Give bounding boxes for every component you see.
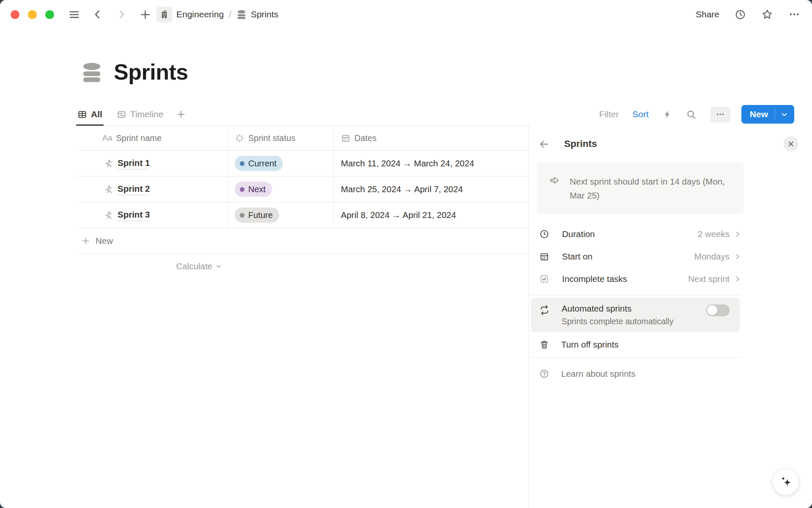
runner-icon bbox=[103, 210, 113, 220]
sprints-table: Aa Sprint name Sprint status Dates Sprin… bbox=[76, 126, 529, 279]
updates-button[interactable] bbox=[735, 9, 746, 20]
building-icon bbox=[159, 10, 169, 19]
timeline-view-icon bbox=[117, 110, 126, 119]
more-icon bbox=[715, 109, 725, 119]
table-view-icon bbox=[77, 110, 87, 119]
table-row: Sprint 3 Future April 8, 2024 → April 21… bbox=[76, 202, 529, 228]
runner-icon bbox=[103, 185, 113, 194]
turn-off-sprints-button[interactable]: Turn off sprints bbox=[531, 332, 740, 357]
trash-icon bbox=[539, 340, 549, 350]
cell-sprint-status[interactable]: Next bbox=[228, 177, 334, 202]
notion-window: Engineering / Sprints Share bbox=[0, 0, 812, 508]
hamburger-icon bbox=[69, 9, 80, 20]
share-button[interactable]: Share bbox=[696, 9, 719, 19]
cell-sprint-name[interactable]: Sprint 2 bbox=[76, 177, 228, 202]
sidebar-toggle-button[interactable] bbox=[67, 7, 81, 22]
sprint-page-link[interactable]: Sprint 3 bbox=[118, 210, 150, 221]
database-page-icon[interactable] bbox=[81, 61, 103, 83]
duration-value: 2 weeks bbox=[698, 229, 730, 239]
status-dot-icon bbox=[240, 161, 244, 166]
page-title[interactable]: Sprints bbox=[114, 59, 188, 85]
window-controls bbox=[11, 10, 54, 19]
zoom-window-button[interactable] bbox=[45, 10, 54, 19]
cell-sprint-status[interactable]: Future bbox=[228, 202, 334, 228]
view-bar: All Timeline Filter Sort New bbox=[76, 103, 794, 126]
breadcrumb-page[interactable]: Sprints bbox=[251, 9, 278, 19]
incomplete-tasks-value: Next sprint bbox=[688, 274, 730, 284]
more-icon bbox=[788, 8, 800, 20]
column-header-sprint-status[interactable]: Sprint status bbox=[228, 126, 334, 150]
table-row: Sprint 1 Current March 11, 2024 → March … bbox=[76, 151, 529, 177]
toggle-knob bbox=[707, 305, 717, 315]
status-pill[interactable]: Next bbox=[235, 182, 272, 197]
back-button[interactable] bbox=[91, 7, 105, 22]
panel-title: Sprints bbox=[564, 138, 597, 149]
database-icon bbox=[236, 9, 247, 19]
chevron-right-icon bbox=[116, 9, 127, 20]
tab-all[interactable]: All bbox=[76, 103, 104, 125]
chevron-right-icon bbox=[734, 253, 741, 260]
status-pill[interactable]: Current bbox=[235, 156, 283, 171]
arrow-right-outline-icon bbox=[549, 174, 560, 186]
more-menu-button[interactable] bbox=[788, 8, 800, 20]
status-dot-icon bbox=[240, 213, 244, 218]
chevron-down-icon bbox=[780, 110, 788, 119]
dashed-checkbox-icon bbox=[539, 274, 549, 284]
tab-timeline[interactable]: Timeline bbox=[115, 103, 165, 125]
cell-sprint-name[interactable]: Sprint 3 bbox=[76, 202, 228, 228]
property-incomplete-tasks[interactable]: Incomplete tasks Next sprint bbox=[537, 268, 746, 290]
cell-dates[interactable]: March 11, 2024 → March 24, 2024 bbox=[334, 151, 529, 176]
property-start-on[interactable]: Start on Mondays bbox=[537, 245, 746, 268]
new-page-button[interactable] bbox=[138, 7, 152, 22]
automations-button[interactable] bbox=[662, 109, 672, 119]
automated-sprints-toggle[interactable] bbox=[706, 304, 730, 316]
plus-icon bbox=[81, 236, 91, 246]
notion-ai-button[interactable] bbox=[772, 468, 799, 495]
sort-button[interactable]: Sort bbox=[632, 109, 649, 119]
cell-dates[interactable]: March 25, 2024 → April 7, 2024 bbox=[334, 177, 529, 202]
automated-sprints-subtitle: Sprints complete automatically bbox=[562, 317, 673, 326]
automated-sprints-row[interactable]: Automated sprints Sprints complete autom… bbox=[531, 298, 740, 332]
minimize-window-button[interactable] bbox=[28, 10, 37, 19]
sprint-page-link[interactable]: Sprint 1 bbox=[118, 158, 150, 169]
cell-sprint-status[interactable]: Current bbox=[228, 151, 334, 176]
view-options-button[interactable] bbox=[710, 107, 730, 122]
property-duration[interactable]: Duration 2 weeks bbox=[537, 223, 746, 245]
text-property-icon: Aa bbox=[102, 133, 112, 143]
learn-about-sprints-link[interactable]: Learn about sprints bbox=[531, 361, 740, 387]
close-window-button[interactable] bbox=[11, 10, 19, 19]
new-row-button[interactable]: New bbox=[76, 228, 529, 254]
sprint-page-link[interactable]: Sprint 2 bbox=[118, 184, 150, 195]
breadcrumb-workspace[interactable]: Engineering bbox=[176, 9, 224, 19]
new-button-dropdown[interactable] bbox=[775, 110, 794, 119]
column-header-sprint-name[interactable]: Aa Sprint name bbox=[76, 126, 228, 150]
cell-dates[interactable]: April 8, 2024 → April 21, 2024 bbox=[334, 202, 529, 228]
calculate-button[interactable]: Calculate bbox=[76, 254, 228, 279]
chevron-left-icon bbox=[92, 9, 103, 20]
calendar-property-icon bbox=[341, 133, 351, 143]
add-view-button[interactable] bbox=[175, 103, 187, 125]
tab-all-label: All bbox=[91, 109, 102, 119]
lightning-icon bbox=[662, 109, 672, 119]
cell-sprint-name[interactable]: Sprint 1 bbox=[76, 151, 228, 176]
divider bbox=[531, 295, 741, 295]
sprints-settings-panel: Sprints Next sprint should start in 14 d… bbox=[529, 125, 812, 508]
toolbar: Engineering / Sprints Share bbox=[0, 0, 812, 29]
workspace-icon-chip[interactable] bbox=[156, 7, 172, 22]
status-pill[interactable]: Future bbox=[235, 207, 279, 223]
sparkles-icon bbox=[779, 475, 793, 489]
column-header-dates[interactable]: Dates bbox=[334, 126, 529, 150]
favorite-button[interactable] bbox=[761, 8, 773, 20]
start-on-value: Mondays bbox=[694, 251, 730, 262]
chevron-right-icon bbox=[734, 230, 741, 238]
panel-back-button[interactable] bbox=[538, 138, 550, 150]
forward-button[interactable] bbox=[114, 7, 129, 22]
help-circle-icon bbox=[539, 369, 549, 379]
runner-icon bbox=[103, 159, 113, 168]
search-button[interactable] bbox=[686, 109, 697, 120]
plus-icon bbox=[176, 109, 186, 119]
panel-close-button[interactable] bbox=[783, 136, 798, 152]
next-sprint-callout: Next sprint should start in 14 days (Mon… bbox=[537, 163, 744, 214]
new-button[interactable]: New bbox=[741, 105, 794, 124]
filter-button[interactable]: Filter bbox=[599, 109, 619, 119]
